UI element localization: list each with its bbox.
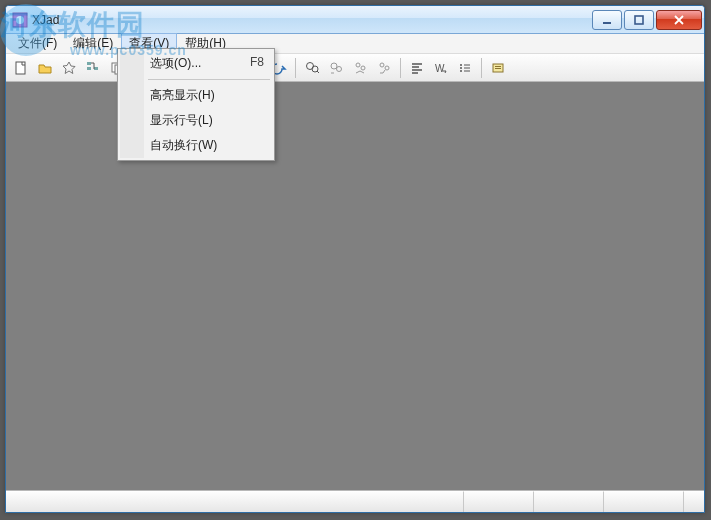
svg-rect-7 [94,67,98,70]
menu-item-label: 显示行号(L) [150,112,213,129]
open-file-icon[interactable] [34,57,56,79]
menu-file[interactable]: 文件(F) [10,33,65,54]
menu-item-options[interactable]: 选项(O)... F8 [120,51,272,76]
close-button[interactable] [656,10,702,30]
svg-rect-6 [87,67,91,70]
view-menu-dropdown: 选项(O)... F8 高亮显示(H) 显示行号(L) 自动换行(W) [117,48,275,161]
window-title: XJad [32,13,590,27]
menu-item-highlight[interactable]: 高亮显示(H) [120,83,272,108]
new-file-icon[interactable] [10,57,32,79]
menubar: 文件(F) 编辑(E) 查看(V) 帮助(H) [6,34,704,54]
menu-item-label: 高亮显示(H) [150,87,215,104]
align-left-icon[interactable] [406,57,428,79]
svg-rect-3 [635,16,643,24]
client-area [6,82,704,490]
menu-item-linenum[interactable]: 显示行号(L) [120,108,272,133]
tree-icon[interactable] [82,57,104,79]
svg-point-22 [356,63,360,67]
svg-point-1 [16,16,24,24]
svg-point-23 [361,66,365,70]
bookmark-icon[interactable] [349,57,371,79]
statusbar [6,490,704,512]
svg-point-28 [460,67,462,69]
svg-rect-5 [87,62,91,65]
find-icon[interactable] [301,57,323,79]
menu-item-shortcut: F8 [250,55,264,72]
svg-point-29 [460,70,462,72]
svg-text:W: W [435,63,445,74]
menu-item-label: 选项(O)... [150,55,201,72]
favorite-icon[interactable] [58,57,80,79]
status-cell-grip [684,491,704,512]
window-controls [590,10,702,30]
status-cell-4 [604,491,684,512]
wrap-icon[interactable]: W [430,57,452,79]
svg-point-20 [331,63,337,69]
menu-separator [148,79,270,80]
menu-edit[interactable]: 编辑(E) [65,33,121,54]
list-icon[interactable] [454,57,476,79]
status-cell-3 [534,491,604,512]
toolbar-separator [400,58,401,78]
bookmark-next-icon[interactable] [373,57,395,79]
maximize-button[interactable] [624,10,654,30]
app-window: XJad 文件(F) 编辑(E) 查看(V) 帮助(H) [5,5,705,513]
svg-rect-2 [603,22,611,24]
status-cell-2 [464,491,534,512]
minimize-button[interactable] [592,10,622,30]
toolbar: W [6,54,704,82]
svg-rect-4 [16,62,25,74]
svg-point-25 [385,66,389,70]
svg-point-27 [460,64,462,66]
toolbar-separator [295,58,296,78]
settings-icon[interactable] [487,57,509,79]
menu-item-wordwrap[interactable]: 自动换行(W) [120,133,272,158]
svg-rect-31 [495,66,501,67]
find-next-icon[interactable] [325,57,347,79]
svg-rect-32 [495,68,501,69]
svg-point-24 [380,63,384,67]
status-cell-main [6,491,464,512]
app-icon [12,12,28,28]
svg-point-21 [337,66,342,71]
titlebar: XJad [6,6,704,34]
menu-item-label: 自动换行(W) [150,137,217,154]
toolbar-separator [481,58,482,78]
